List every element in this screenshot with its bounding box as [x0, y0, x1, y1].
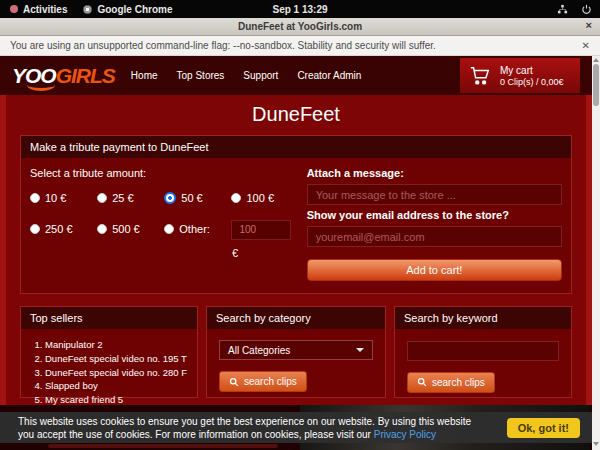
- tribute-panel: Make a tribute payment to DuneFeet Selec…: [20, 135, 572, 294]
- radio-option-500[interactable]: 500 €: [97, 219, 164, 240]
- nav-item-top-stores[interactable]: Top Stores: [177, 70, 225, 81]
- category-select[interactable]: All Categories: [219, 340, 373, 360]
- radio-icon[interactable]: [164, 224, 174, 234]
- nav-item-support[interactable]: Support: [243, 70, 278, 81]
- tribute-message-column: Attach a message: Show your email addres…: [307, 167, 562, 281]
- activities-label: Activities: [23, 4, 67, 15]
- amount-label: Select a tribute amount:: [30, 167, 299, 179]
- radio-label: 100 €: [246, 192, 274, 204]
- warning-text: You are using an unsupported command-lin…: [10, 40, 436, 51]
- radio-label: 250 €: [45, 223, 73, 235]
- radio-icon[interactable]: [30, 193, 40, 203]
- radio-icon[interactable]: [231, 193, 241, 203]
- radio-option-other[interactable]: Other:: [164, 219, 231, 240]
- window-close-icon[interactable]: ×: [586, 19, 592, 31]
- currency-symbol: €: [232, 247, 299, 259]
- radio-option-10[interactable]: 10 €: [30, 192, 97, 204]
- privacy-policy-link[interactable]: Privacy Policy: [374, 429, 436, 440]
- category-selected-value: All Categories: [228, 345, 290, 356]
- list-item[interactable]: DuneFeet special video no. 195 T: [45, 352, 191, 366]
- main-nav: Home Top Stores Support Creator Admin: [131, 70, 361, 81]
- cart-summary: 0 Clip(s) / 0,00€: [500, 77, 564, 87]
- email-label: Show your email address to the store?: [307, 209, 562, 221]
- amount-radio-grid: 10 € 25 € 50 € 100 €: [30, 192, 299, 240]
- cart-title: My cart: [500, 65, 564, 76]
- search-category-header: Search by category: [207, 307, 385, 329]
- window-title: DuneFeet at YooGirls.com: [238, 21, 362, 32]
- network-icon[interactable]: [557, 4, 568, 15]
- cookie-text: This website uses cookies to ensure you …: [18, 415, 486, 441]
- desktop-top-bar: Activities Google Chrome Sep 1 13:29: [0, 0, 600, 18]
- content-container: DuneFeet Make a tribute payment to DuneF…: [6, 95, 586, 405]
- logo-text-girls: GIRLS: [56, 64, 115, 87]
- scrollbar-thumb[interactable]: [593, 64, 599, 106]
- list-item[interactable]: DuneFeet special video no. 280 F: [45, 366, 191, 380]
- radio-label: 25 €: [112, 192, 133, 204]
- search-clips-by-keyword-button[interactable]: search clips: [407, 372, 495, 393]
- search-icon: [417, 377, 427, 387]
- page-title: DuneFeet: [6, 95, 586, 135]
- radio-option-25[interactable]: 25 €: [97, 192, 164, 204]
- site-header: YOOGIRLS Home Top Stores Support Creator…: [0, 56, 592, 95]
- radio-label: Other:: [179, 223, 210, 235]
- activities-button[interactable]: Activities: [10, 4, 67, 15]
- radio-icon[interactable]: [97, 193, 107, 203]
- radio-option-50[interactable]: 50 €: [164, 192, 231, 204]
- scrollbar[interactable]: [592, 56, 600, 450]
- message-label: Attach a message:: [307, 167, 562, 179]
- chrome-warning-bar: You are using an unsupported command-lin…: [0, 36, 600, 56]
- web-page: YOOGIRLS Home Top Stores Support Creator…: [0, 56, 592, 450]
- top-sellers-header: Top sellers: [21, 307, 197, 329]
- tribute-amounts: Select a tribute amount: 10 € 25 € 50: [30, 167, 307, 281]
- radio-label: 10 €: [45, 192, 66, 204]
- window-titlebar[interactable]: DuneFeet at YooGirls.com ×: [0, 18, 600, 36]
- scroll-down-icon[interactable]: [593, 442, 599, 446]
- cookie-consent-bar: This website uses cookies to ensure you …: [0, 412, 592, 443]
- footer-faint-text: [48, 444, 278, 448]
- search-clips-by-category-button[interactable]: search clips: [219, 371, 307, 392]
- radio-option-250[interactable]: 250 €: [30, 219, 97, 240]
- my-cart-button[interactable]: My cart 0 Clip(s) / 0,00€: [460, 58, 580, 93]
- cookie-ok-button[interactable]: Ok, got it!: [507, 418, 580, 438]
- site-logo[interactable]: YOOGIRLS: [12, 65, 115, 86]
- search-category-panel: Search by category All Categories search…: [206, 306, 386, 398]
- top-sellers-list: Manipulator 2 DuneFeet special video no.…: [21, 329, 197, 407]
- list-item[interactable]: Slapped boy: [45, 379, 191, 393]
- cart-icon: [469, 65, 491, 87]
- clock[interactable]: Sep 1 13:29: [272, 4, 327, 15]
- email-input[interactable]: [307, 226, 562, 247]
- power-icon[interactable]: [581, 4, 592, 15]
- chrome-icon: [83, 5, 92, 14]
- scroll-up-icon[interactable]: [593, 58, 599, 62]
- tribute-panel-header: Make a tribute payment to DuneFeet: [21, 136, 571, 158]
- warning-close-icon[interactable]: ✕: [582, 40, 590, 51]
- search-button-label: search clips: [432, 377, 485, 388]
- nav-item-home[interactable]: Home: [131, 70, 158, 81]
- message-input[interactable]: [307, 184, 562, 205]
- active-app-menu[interactable]: Google Chrome: [83, 4, 172, 15]
- radio-icon[interactable]: [30, 224, 40, 234]
- search-button-label: search clips: [244, 376, 297, 387]
- search-icon: [229, 377, 239, 387]
- search-keyword-header: Search by keyword: [395, 307, 571, 329]
- lower-panels-row: Top sellers Manipulator 2 DuneFeet speci…: [20, 306, 572, 398]
- logo-smile-icon: [27, 79, 55, 91]
- radio-icon[interactable]: [97, 224, 107, 234]
- keyword-input[interactable]: [407, 341, 559, 361]
- other-amount-input[interactable]: [231, 220, 291, 240]
- search-keyword-panel: Search by keyword search clips: [394, 306, 572, 398]
- radio-option-100[interactable]: 100 €: [231, 192, 298, 204]
- add-to-cart-button[interactable]: Add to cart!: [307, 259, 562, 281]
- radio-label: 50 €: [181, 192, 202, 204]
- activities-indicator-icon: [10, 5, 18, 13]
- chevron-down-icon: [356, 348, 364, 352]
- radio-icon[interactable]: [164, 192, 176, 204]
- nav-item-creator-admin[interactable]: Creator Admin: [297, 70, 361, 81]
- active-app-label: Google Chrome: [97, 4, 172, 15]
- list-item[interactable]: Manipulator 2: [45, 338, 191, 352]
- top-sellers-panel: Top sellers Manipulator 2 DuneFeet speci…: [20, 306, 198, 398]
- radio-label: 500 €: [112, 223, 140, 235]
